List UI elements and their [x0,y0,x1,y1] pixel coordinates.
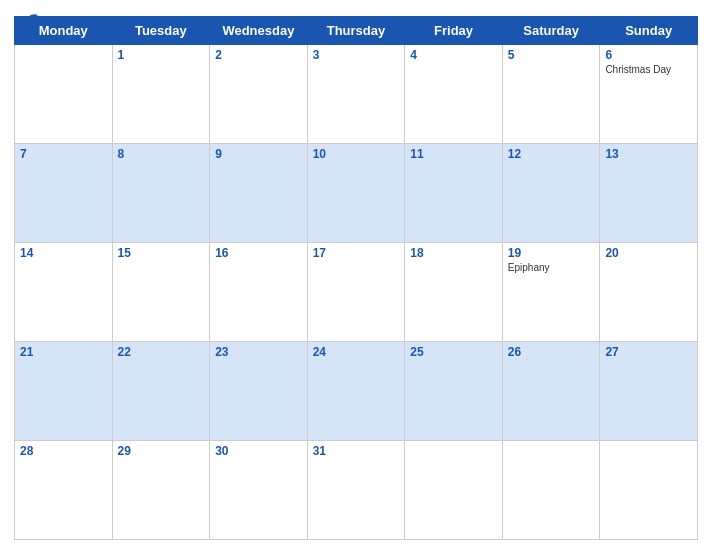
calendar-cell: 1 [112,45,210,144]
holiday-label: Epiphany [508,262,595,273]
day-number: 6 [605,48,692,62]
day-number: 8 [118,147,205,161]
day-number: 26 [508,345,595,359]
calendar-cell: 22 [112,342,210,441]
weekday-header-tuesday: Tuesday [112,17,210,45]
calendar-tbody: 123456Christmas Day789101112131415161718… [15,45,698,540]
weekday-header-wednesday: Wednesday [210,17,308,45]
day-number: 12 [508,147,595,161]
calendar-cell: 8 [112,144,210,243]
calendar-cell: 29 [112,441,210,540]
day-number: 5 [508,48,595,62]
calendar-cell: 14 [15,243,113,342]
logo [14,10,42,29]
calendar-cell: 12 [502,144,600,243]
calendar-cell: 7 [15,144,113,243]
calendar-week-row: 78910111213 [15,144,698,243]
day-number: 20 [605,246,692,260]
calendar-table: MondayTuesdayWednesdayThursdayFridaySatu… [14,16,698,540]
day-number: 19 [508,246,595,260]
day-number: 23 [215,345,302,359]
day-number: 25 [410,345,497,359]
calendar-cell: 13 [600,144,698,243]
day-number: 4 [410,48,497,62]
calendar-week-row: 28293031 [15,441,698,540]
calendar-cell: 9 [210,144,308,243]
calendar-cell: 11 [405,144,503,243]
calendar-cell: 6Christmas Day [600,45,698,144]
weekday-header-sunday: Sunday [600,17,698,45]
calendar-cell: 10 [307,144,405,243]
day-number: 15 [118,246,205,260]
calendar-cell: 28 [15,441,113,540]
holiday-label: Christmas Day [605,64,692,75]
calendar-cell: 5 [502,45,600,144]
calendar-cell [405,441,503,540]
day-number: 7 [20,147,107,161]
calendar-cell: 30 [210,441,308,540]
calendar-thead: MondayTuesdayWednesdayThursdayFridaySatu… [15,17,698,45]
weekday-header-friday: Friday [405,17,503,45]
day-number: 3 [313,48,400,62]
day-number: 16 [215,246,302,260]
weekday-header-saturday: Saturday [502,17,600,45]
day-number: 31 [313,444,400,458]
day-number: 2 [215,48,302,62]
calendar-week-row: 123456Christmas Day [15,45,698,144]
calendar-cell: 16 [210,243,308,342]
calendar-cell: 21 [15,342,113,441]
day-number: 1 [118,48,205,62]
calendar-cell: 18 [405,243,503,342]
calendar-week-row: 21222324252627 [15,342,698,441]
day-number: 18 [410,246,497,260]
calendar-cell: 26 [502,342,600,441]
day-number: 9 [215,147,302,161]
calendar-container: MondayTuesdayWednesdayThursdayFridaySatu… [0,0,712,550]
day-number: 29 [118,444,205,458]
day-number: 30 [215,444,302,458]
logo-bird-icon [14,11,42,29]
calendar-cell [502,441,600,540]
calendar-cell: 20 [600,243,698,342]
calendar-cell [600,441,698,540]
day-number: 10 [313,147,400,161]
calendar-cell: 24 [307,342,405,441]
calendar-cell: 23 [210,342,308,441]
calendar-week-row: 141516171819Epiphany20 [15,243,698,342]
day-number: 11 [410,147,497,161]
calendar-cell: 4 [405,45,503,144]
calendar-cell: 3 [307,45,405,144]
calendar-cell [15,45,113,144]
day-number: 17 [313,246,400,260]
calendar-cell: 27 [600,342,698,441]
day-number: 14 [20,246,107,260]
weekday-header-row: MondayTuesdayWednesdayThursdayFridaySatu… [15,17,698,45]
day-number: 27 [605,345,692,359]
day-number: 21 [20,345,107,359]
day-number: 13 [605,147,692,161]
calendar-cell: 25 [405,342,503,441]
weekday-header-thursday: Thursday [307,17,405,45]
calendar-cell: 15 [112,243,210,342]
day-number: 24 [313,345,400,359]
calendar-cell: 31 [307,441,405,540]
day-number: 28 [20,444,107,458]
calendar-cell: 2 [210,45,308,144]
calendar-cell: 19Epiphany [502,243,600,342]
day-number: 22 [118,345,205,359]
calendar-cell: 17 [307,243,405,342]
